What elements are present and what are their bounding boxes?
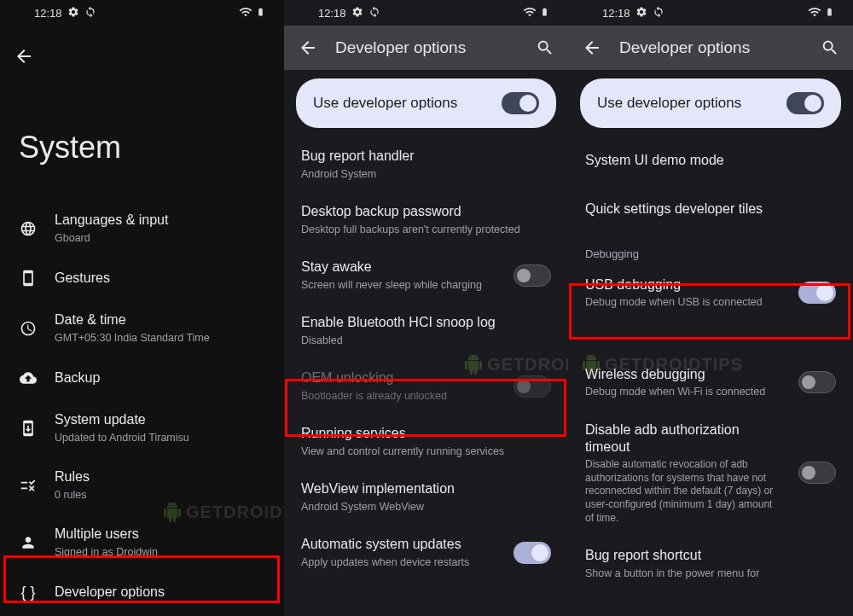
item-subtitle: 0 rules <box>55 488 265 502</box>
back-arrow-icon[interactable] <box>298 38 318 58</box>
item-title: Bug report handler <box>301 148 551 166</box>
item-subtitle: Debug mode when USB is connected <box>585 295 781 309</box>
clock-icon <box>19 319 38 338</box>
item-title: USB debugging <box>585 276 781 294</box>
item-title: Gestures <box>55 270 265 288</box>
item-subtitle: Bootloader is already unlocked <box>301 389 496 403</box>
item-title: Date & time <box>55 311 265 329</box>
item-developer-options[interactable]: { } Developer options <box>0 571 284 613</box>
toggle-switch-on[interactable] <box>514 542 551 564</box>
panel-dev-options-2: 12:18 Developer options Use developer op… <box>568 0 853 616</box>
item-gestures[interactable]: Gestures <box>0 257 284 299</box>
status-time: 12:18 <box>34 7 62 20</box>
header: Developer options <box>284 26 568 70</box>
item-usb-debugging[interactable]: USB debugging Debug mode when USB is con… <box>568 265 853 321</box>
item-subtitle: Desktop full backups aren't currently pr… <box>301 223 551 236</box>
use-dev-options-toggle[interactable]: Use developer options <box>580 78 841 128</box>
item-title: Desktop backup password <box>301 203 551 221</box>
item-bug-report-handler[interactable]: Bug report handler Android System <box>284 137 568 192</box>
gestures-icon <box>19 269 38 288</box>
item-title: System update <box>55 411 265 429</box>
item-running-services[interactable]: Running services View and control curren… <box>284 414 568 469</box>
page-title: System <box>0 78 284 200</box>
panel-dev-options-1: 12:18 Developer options Use developer op… <box>284 0 568 616</box>
sync-icon <box>653 6 664 20</box>
back-arrow-icon[interactable] <box>582 38 602 58</box>
item-system-update[interactable]: System update Updated to Android Tiramis… <box>0 399 284 456</box>
code-braces-icon: { } <box>19 583 38 601</box>
rules-icon <box>19 476 38 495</box>
back-arrow-icon[interactable] <box>14 46 34 67</box>
header-title: Developer options <box>619 38 804 57</box>
item-wireless-debugging[interactable]: Wireless debugging Debug mode when Wi-Fi… <box>568 355 853 410</box>
item-title: Bug report shortcut <box>585 547 836 565</box>
item-system-ui-demo[interactable]: System UI demo mode <box>568 137 853 185</box>
status-bar: 12:18 <box>0 0 284 26</box>
cloud-upload-icon <box>19 369 38 387</box>
item-subtitle: Updated to Android Tiramisu <box>55 431 265 445</box>
header-title: Developer options <box>335 38 519 57</box>
item-title: OEM unlocking <box>301 369 496 387</box>
item-bluetooth-hci[interactable]: Enable Bluetooth HCI snoop log Disabled <box>284 303 568 358</box>
item-webview[interactable]: WebView implementation Android System We… <box>284 469 568 525</box>
wifi-icon <box>523 5 537 21</box>
item-subtitle: Screen will never sleep while charging <box>301 278 496 292</box>
toggle-switch-on[interactable] <box>798 282 836 304</box>
item-backup[interactable]: Backup <box>0 357 284 399</box>
item-subtitle: Android System <box>301 167 551 181</box>
item-title: Disable adb authorization timeout <box>585 421 781 457</box>
toggle-switch-on[interactable] <box>502 92 539 114</box>
item-stay-awake[interactable]: Stay awake Screen will never sleep while… <box>284 247 568 303</box>
battery-icon <box>540 5 549 21</box>
item-subtitle: Gboard <box>55 231 265 245</box>
header: Developer options <box>568 26 853 70</box>
dev-options-list: System UI demo mode Quick settings devel… <box>568 137 853 616</box>
toggle-switch-off <box>514 375 551 398</box>
battery-icon <box>825 5 834 21</box>
pill-title: Use developer options <box>597 95 786 112</box>
item-title: Rules <box>55 468 265 486</box>
item-desktop-backup[interactable]: Desktop backup password Desktop full bac… <box>284 192 568 247</box>
item-title: Backup <box>55 369 265 387</box>
section-debugging: Debugging <box>568 234 853 265</box>
item-title: Enable Bluetooth HCI snoop log <box>301 314 551 332</box>
search-icon[interactable] <box>536 38 554 57</box>
item-languages[interactable]: Languages & input Gboard <box>0 200 284 257</box>
system-update-icon <box>19 419 38 438</box>
item-title: Automatic system updates <box>301 536 496 554</box>
person-icon <box>19 533 38 552</box>
item-auto-system-updates[interactable]: Automatic system updates Apply updates w… <box>284 525 568 580</box>
item-title: WebView implementation <box>301 480 551 498</box>
item-bug-report-shortcut[interactable]: Bug report shortcut Show a button in the… <box>568 536 853 591</box>
item-oem-unlocking[interactable]: OEM unlocking Bootloader is already unlo… <box>284 358 568 414</box>
status-bar: 12:18 <box>284 0 568 26</box>
item-subtitle: View and control currently running servi… <box>301 445 551 458</box>
item-rules[interactable]: Rules 0 rules <box>0 456 284 514</box>
item-subtitle: Debug mode when Wi-Fi is connected <box>585 385 781 398</box>
item-title: Quick settings developer tiles <box>585 200 836 218</box>
status-bar: 12:18 <box>568 0 853 26</box>
item-title: Wireless debugging <box>585 366 781 384</box>
item-subtitle: Disable automatic revocation of adb auth… <box>585 458 781 525</box>
settings-list: Languages & input Gboard Gestures Date &… <box>0 200 284 616</box>
item-subtitle: Apply updates when device restarts <box>301 555 496 569</box>
panel-system: 12:18 System Languages & input Gboard Ge… <box>0 0 284 616</box>
globe-icon <box>19 219 38 238</box>
sync-icon <box>368 6 380 20</box>
gear-icon <box>351 6 363 20</box>
item-multiple-users[interactable]: Multiple users Signed in as Droidwin <box>0 514 284 571</box>
use-dev-options-toggle[interactable]: Use developer options <box>296 78 556 128</box>
toggle-switch-on[interactable] <box>786 92 824 114</box>
item-quick-settings-tiles[interactable]: Quick settings developer tiles <box>568 185 853 234</box>
toggle-switch-off[interactable] <box>514 264 551 287</box>
sync-icon <box>84 6 96 20</box>
toggle-switch-off[interactable] <box>798 371 836 393</box>
pill-title: Use developer options <box>313 95 502 112</box>
wifi-icon <box>239 5 252 21</box>
item-disable-adb-timeout[interactable]: Disable adb authorization timeout Disabl… <box>568 410 853 537</box>
item-datetime[interactable]: Date & time GMT+05:30 India Standard Tim… <box>0 299 284 357</box>
gear-icon <box>635 6 647 20</box>
search-icon[interactable] <box>821 38 839 57</box>
item-subtitle: Show a button in the power menu for <box>585 567 836 580</box>
toggle-switch-off[interactable] <box>798 462 836 484</box>
